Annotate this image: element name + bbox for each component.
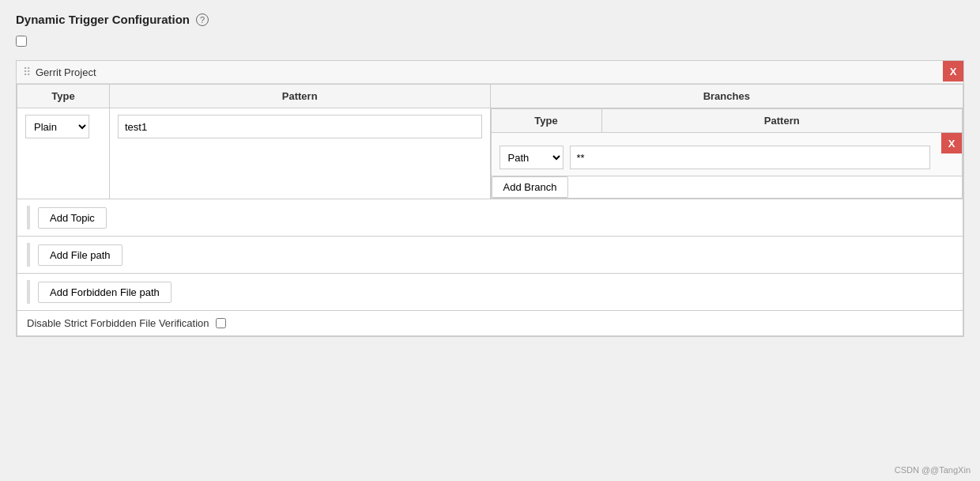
footer-text: Disable Strict Forbidden File Verificati… xyxy=(27,317,209,329)
add-branch-row: Add Branch xyxy=(491,176,963,199)
section-divider-3 xyxy=(27,280,30,304)
branch-pattern-input[interactable] xyxy=(570,146,931,169)
top-checkbox[interactable] xyxy=(16,36,27,47)
branches-sub-table: Type Pattern X xyxy=(491,108,963,199)
watermark: CSDN @@TangXin xyxy=(895,465,971,475)
add-branch-cell: Add Branch xyxy=(491,176,963,199)
panel-close-button[interactable]: X xyxy=(943,61,963,81)
type-select[interactable]: Plain RegExp ANT xyxy=(25,115,89,138)
drag-handle-icon: ⠿ xyxy=(23,66,31,78)
section-divider xyxy=(27,206,30,229)
branch-close-button[interactable]: X xyxy=(941,133,962,153)
branch-type-select[interactable]: Path RegExp ANT xyxy=(499,146,564,169)
page-title: Dynamic Trigger Configuration xyxy=(16,13,190,26)
branch-row-inner: X Path RegExp ANT xyxy=(492,133,963,176)
panel-header: ⠿ Gerrit Project X xyxy=(17,61,963,84)
col-pattern-header: Pattern xyxy=(109,85,490,108)
pattern-input[interactable] xyxy=(118,115,482,138)
branch-col-type-header: Type xyxy=(491,109,601,133)
add-file-path-section: Add File path xyxy=(17,237,963,274)
footer-row: Disable Strict Forbidden File Verificati… xyxy=(17,311,963,336)
branches-cell: Type Pattern X xyxy=(490,108,963,199)
main-table: Type Pattern Branches Plain RegExp ANT xyxy=(17,84,963,199)
section-divider-2 xyxy=(27,243,30,267)
config-panel: ⠿ Gerrit Project X Type Pattern Branches xyxy=(16,60,964,337)
branch-row-cell: X Path RegExp ANT xyxy=(491,133,963,176)
strict-forbidden-checkbox[interactable] xyxy=(216,318,226,328)
title-row: Dynamic Trigger Configuration ? xyxy=(16,13,964,26)
col-branches-header: Branches xyxy=(490,85,963,108)
add-topic-button[interactable]: Add Topic xyxy=(38,207,107,229)
branch-row: X Path RegExp ANT xyxy=(491,133,963,176)
type-cell: Plain RegExp ANT xyxy=(17,108,110,199)
add-branch-button[interactable]: Add Branch xyxy=(492,176,569,198)
pattern-cell xyxy=(109,108,490,199)
top-checkbox-row xyxy=(16,36,964,49)
col-type-header: Type xyxy=(17,85,110,108)
add-forbidden-file-path-button[interactable]: Add Forbidden File path xyxy=(38,282,172,303)
panel-title: Gerrit Project xyxy=(36,66,96,78)
branch-col-pattern-header: Pattern xyxy=(601,109,963,133)
table-row: Plain RegExp ANT xyxy=(17,108,963,199)
add-file-path-button[interactable]: Add File path xyxy=(38,244,122,266)
add-forbidden-file-path-section: Add Forbidden File path xyxy=(17,274,963,311)
add-topic-section: Add Topic xyxy=(17,199,963,237)
help-icon[interactable]: ? xyxy=(196,13,209,26)
